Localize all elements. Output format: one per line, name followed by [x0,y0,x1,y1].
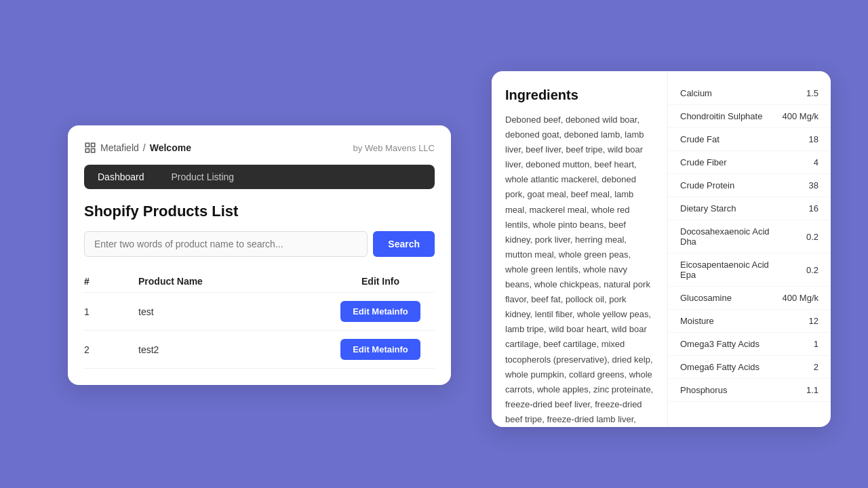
breadcrumb-separator: / [143,142,146,153]
row-2-name: test2 [138,344,326,355]
nutrient-value: 0.2 [785,232,818,242]
nutrient-value: 400 Mg/k [783,111,818,121]
nutrient-name: Omega6 Fatty Acids [680,362,760,372]
ingredients-title: Ingredients [505,87,654,103]
row-2-num: 2 [84,344,138,355]
table-row: 1 test Edit Metainfo [84,293,435,331]
nutrient-name: Omega3 Fatty Acids [680,339,760,349]
nutrient-row: Phosphorus1.1 [668,379,831,402]
nutrient-value: 12 [785,316,818,326]
nutrient-row: Docosahexaenoic Acid Dha0.2 [668,220,831,253]
nutrient-name: Eicosapentaenoic Acid Epa [680,260,785,280]
nutrient-value: 18 [785,134,818,144]
nutrient-value: 2 [785,362,818,372]
row-1-num: 1 [84,306,138,317]
card-header: Metafield / Welcome by Web Mavens LLC [84,142,435,154]
nutrient-row: Dietary Starch16 [668,197,831,220]
col-header-num: # [84,276,138,287]
svg-rect-3 [92,149,95,152]
nutrient-name: Docosahexaenoic Acid Dha [680,226,785,247]
row-2-action: Edit Metainfo [326,339,435,360]
edit-metainfo-button-1[interactable]: Edit Metainfo [340,301,420,322]
nav-product-listing[interactable]: Product Listing [158,165,248,189]
breadcrumb-current: Welcome [150,142,191,153]
nutrient-row: Eicosapentaenoic Acid Epa0.2 [668,253,831,287]
nutrient-value: 4 [785,157,818,167]
by-text: by Web Mavens LLC [353,143,435,153]
nutrient-row: Crude Fiber4 [668,151,831,174]
breadcrumb-base: Metafield [100,142,139,153]
nutrient-row: Chondroitin Sulphate400 Mg/k [668,105,831,128]
nutrient-value: 16 [785,203,818,214]
page-title: Shopify Products List [84,203,435,220]
nutrient-row: Crude Protein38 [668,174,831,197]
table-header: # Product Name Edit Info [84,270,435,293]
nutrient-name: Crude Protein [680,180,734,190]
nutrient-row: Glucosamine400 Mg/k [668,287,831,310]
search-input[interactable] [84,231,368,257]
nutrient-row: Calcium1.5 [668,82,831,105]
table-row: 2 test2 Edit Metainfo [84,331,435,369]
svg-rect-0 [85,143,89,146]
edit-metainfo-button-2[interactable]: Edit Metainfo [340,339,420,360]
ingredients-right-panel: Calcium1.5Chondroitin Sulphate400 Mg/kCr… [668,71,831,427]
ingredients-text: Deboned beef, deboned wild boar, deboned… [505,113,654,427]
row-1-action: Edit Metainfo [326,301,435,322]
nutrient-name: Chondroitin Sulphate [680,111,762,121]
nutrient-name: Phosphorus [680,385,727,395]
nav-bar: Dashboard Product Listing [84,165,435,189]
shopify-card: Metafield / Welcome by Web Mavens LLC Da… [68,125,451,385]
nutrient-name: Dietary Starch [680,203,736,214]
nutrient-value: 1 [785,339,818,349]
nutrient-name: Crude Fat [680,134,719,144]
nutrient-row: Crude Fat18 [668,128,831,151]
col-header-name: Product Name [138,276,326,287]
col-header-action: Edit Info [326,276,435,287]
nutrient-row: Omega6 Fatty Acids2 [668,356,831,379]
nutrient-name: Glucosamine [680,293,732,303]
svg-rect-2 [85,149,89,152]
search-button[interactable]: Search [373,231,435,257]
grid-icon [84,142,96,154]
breadcrumb: Metafield / Welcome [84,142,191,154]
nutrient-value: 38 [785,180,818,190]
nutrient-value: 1.1 [785,385,818,395]
nutrient-row: Omega3 Fatty Acids1 [668,333,831,356]
nav-dashboard[interactable]: Dashboard [84,165,158,189]
nutrient-value: 400 Mg/k [783,293,818,303]
ingredients-card: Ingredients Deboned beef, deboned wild b… [492,71,831,427]
nutrient-name: Crude Fiber [680,157,727,167]
nutrient-value: 0.2 [785,265,818,275]
products-table: # Product Name Edit Info 1 test Edit Met… [84,270,435,369]
nutrient-value: 1.5 [785,88,818,98]
row-1-name: test [138,306,326,317]
nutrient-name: Moisture [680,316,714,326]
search-row: Search [84,231,435,257]
nutrient-row: Moisture12 [668,310,831,333]
ingredients-left-panel: Ingredients Deboned beef, deboned wild b… [492,71,668,427]
svg-rect-1 [92,143,95,146]
nutrient-name: Calcium [680,88,712,98]
